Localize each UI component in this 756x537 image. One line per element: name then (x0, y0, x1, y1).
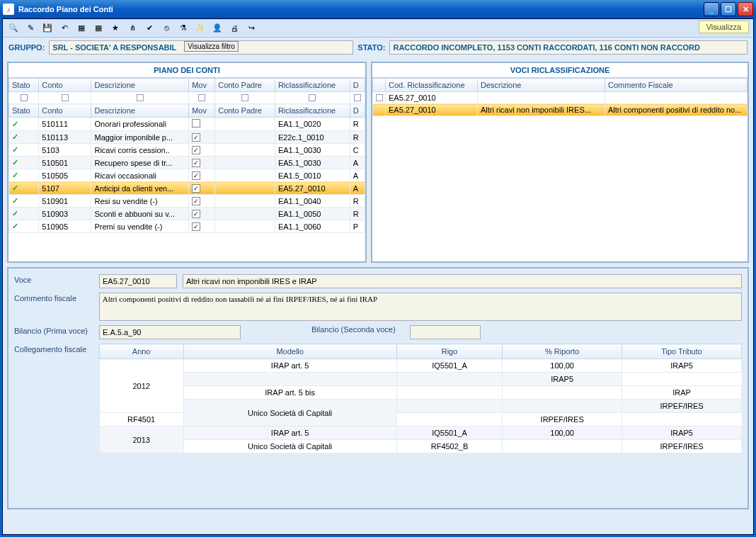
table-row[interactable]: ✓ 5103 Ricavi corris cession.. EA1.1_003… (9, 144, 365, 157)
undo-icon[interactable]: ↶ (57, 21, 72, 36)
star-icon[interactable]: ★ (108, 21, 123, 36)
gruppo-value: SRL - SOCIETA' A RESPONSABIL (52, 43, 176, 52)
print-icon[interactable]: 🖨 (227, 21, 242, 36)
col-header[interactable]: Anno (99, 344, 183, 359)
collegamento-table[interactable]: AnnoModelloRigo% RiportoTipo Tributo 201… (99, 344, 742, 453)
table-row[interactable]: ✓ 5107 Anticipi da clienti ven... EA5.27… (9, 182, 365, 195)
col-header[interactable]: Descrizione (91, 104, 189, 118)
mov-cell[interactable] (189, 131, 215, 144)
gruppo-field[interactable]: SRL - SOCIETA' A RESPONSABIL Visualizza … (49, 40, 353, 55)
wand-icon[interactable]: ✨ (193, 21, 208, 36)
app-icon: ♪ (3, 4, 14, 15)
rigo-cell (396, 386, 502, 400)
voci-riclass-grid[interactable]: Cod. RiclassificazioneDescrizioneComment… (372, 78, 748, 261)
commento-fiscale-field[interactable] (99, 293, 742, 321)
table-row[interactable]: ✓ 510113 Maggior imponibile p... E22c.1_… (9, 131, 365, 144)
mov-cell[interactable] (189, 118, 215, 131)
col-header[interactable]: Rigo (396, 344, 502, 359)
mov-cell[interactable] (189, 182, 215, 195)
riporto-cell (503, 400, 622, 413)
cancel-icon[interactable]: ⦸ (159, 21, 174, 36)
col-header[interactable]: Conto Padre (215, 104, 275, 118)
voce-code-field[interactable]: EA5.27_0010 (99, 274, 177, 288)
col-header[interactable]: Stato (9, 104, 39, 118)
col-header[interactable]: Conto (39, 104, 91, 118)
table-row[interactable]: ✓ 510901 Resi su vendite (-) EA1.1_0040 … (9, 195, 365, 208)
riporto-cell (396, 413, 502, 426)
table-row[interactable]: 2013IRAP art. 5IQ5501_A 100,00 IRAP5 (99, 426, 741, 440)
col-header[interactable]: Cod. Riclassificazione (386, 79, 478, 92)
descr-cell: Ricavi occasionali (91, 169, 189, 182)
modello-cell: IRAP art. 5 (183, 426, 396, 440)
col-header[interactable]: Commento Fiscale (605, 79, 748, 92)
minimize-button[interactable]: _ (704, 2, 719, 16)
mov-cell[interactable] (189, 195, 215, 208)
col-header[interactable]: D (350, 104, 365, 118)
table-row[interactable]: ✓ 510903 Sconti e abbuoni su v... EA1.1_… (9, 208, 365, 220)
client-area: 🔍 ✎ 💾 ↶ ▦ ▦ ★ ⋔ ✔ ⦸ ⚗ ✨ 👤 🖨 ↪ Visualizza… (2, 18, 754, 535)
col-header[interactable]: Descrizione (478, 79, 605, 92)
mov-cell[interactable] (189, 169, 215, 182)
bilancio2-field[interactable] (410, 325, 481, 339)
table-row[interactable]: IRAP5 (99, 373, 741, 386)
visualizza-filtro-button[interactable]: Visualizza filtro (184, 41, 239, 52)
binoculars-icon[interactable]: 🔍 (6, 21, 21, 36)
voci-riclass-panel: VOCI RICLASSIFICAZIONE Cod. Riclassifica… (371, 62, 749, 263)
panels: PIANO DEI CONTI StatoContoDescrizioneMov… (3, 57, 753, 267)
col-header[interactable]: Modello (183, 344, 396, 359)
table-row[interactable]: IRAP art. 5 bis IRAP (99, 386, 741, 400)
save-icon[interactable]: 💾 (40, 21, 55, 36)
filter-row: GRUPPO: SRL - SOCIETA' A RESPONSABIL Vis… (3, 38, 753, 57)
user-icon[interactable]: 👤 (210, 21, 225, 36)
bilancio2-label: Bilancio (Seconda voce) (311, 325, 396, 334)
table-row[interactable]: ✓ 510905 Premi su vendite (-) EA1.1_0060… (9, 220, 365, 233)
comm-cell (605, 92, 748, 104)
table-row[interactable]: ✓ 510111 Onorari professionali EA1.1_002… (9, 118, 365, 131)
mov-cell[interactable] (189, 220, 215, 233)
bilancio1-field[interactable]: E.A.5.a_90 (99, 325, 241, 339)
table-row[interactable]: ✓ 510501 Recupero spese di tr... EA5.1_0… (9, 157, 365, 169)
tree-icon[interactable]: ⋔ (125, 21, 140, 36)
piano-filter-row[interactable] (9, 92, 365, 104)
tipo-cell: IRPEF/IRES (503, 413, 622, 426)
col-header[interactable]: Mov (189, 79, 215, 92)
mov-cell[interactable] (189, 208, 215, 220)
col-header[interactable]: % Riporto (503, 344, 622, 359)
grid-blue-icon[interactable]: ▦ (91, 21, 106, 36)
close-button[interactable]: ✕ (738, 2, 753, 16)
table-row[interactable]: Unico Società di CapitaliRF4502_B IRPEF/… (99, 440, 741, 453)
rigo-cell: RF4501 (99, 413, 183, 426)
table-row[interactable]: EA5.27_0010 (373, 92, 748, 104)
comm-cell: Altri componenti positivi di reddito no.… (605, 104, 748, 116)
col-header[interactable]: Descrizione (91, 79, 189, 92)
d-cell: A (350, 157, 365, 169)
piano-conti-grid[interactable]: StatoContoDescrizioneMovConto PadreRicla… (8, 78, 365, 261)
col-header[interactable]: Tipo Tributo (622, 344, 742, 359)
table-row[interactable]: Unico Società di Capitali IRPEF/IRES (99, 400, 741, 413)
table-row[interactable]: ✓ 510505 Ricavi occasionali EA1.5_0010 A (9, 169, 365, 182)
tipo-cell: IRAP5 (622, 359, 742, 373)
edit-icon[interactable]: ✎ (23, 21, 38, 36)
check-icon[interactable]: ✔ (142, 21, 157, 36)
maximize-button[interactable]: ☐ (721, 2, 736, 16)
exit-icon[interactable]: ↪ (244, 21, 259, 36)
mov-cell[interactable] (189, 157, 215, 169)
col-header[interactable]: Stato (9, 79, 39, 92)
mov-cell[interactable] (189, 144, 215, 157)
modello-cell: Unico Società di Capitali (183, 440, 396, 453)
filter-icon[interactable]: ⚗ (176, 21, 191, 36)
col-header[interactable]: Riclassificazione (275, 79, 350, 92)
descr-cell: Altri ricavi non imponibili IRES... (478, 104, 605, 116)
col-header[interactable]: D (350, 79, 365, 92)
col-header[interactable]: Conto (39, 79, 91, 92)
voce-desc-field[interactable]: Altri ricavi non imponibili IRES e IRAP (183, 274, 742, 288)
col-header[interactable]: Conto Padre (215, 79, 275, 92)
table-row[interactable]: EA5.27_0010 Altri ricavi non imponibili … (373, 104, 748, 116)
grid-red-icon[interactable]: ▦ (74, 21, 89, 36)
ricl-cell: EA1.1_0020 (275, 118, 350, 131)
col-header[interactable]: Riclassificazione (275, 104, 350, 118)
padre-cell (215, 144, 275, 157)
table-row[interactable]: 2012IRAP art. 5IQ5501_A 100,00 IRAP5 (99, 359, 741, 373)
col-header[interactable]: Mov (189, 104, 215, 118)
d-cell: P (350, 220, 365, 233)
